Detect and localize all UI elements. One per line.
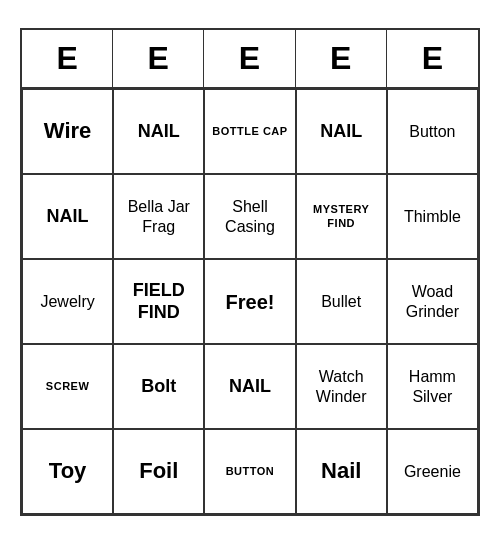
header-letter-2: E xyxy=(204,30,295,87)
bingo-cell-21: Foil xyxy=(113,429,204,514)
bingo-header: EEEEE xyxy=(22,30,478,89)
bingo-cell-13: Bullet xyxy=(296,259,387,344)
bingo-cell-12: Free! xyxy=(204,259,295,344)
bingo-cell-4: Button xyxy=(387,89,478,174)
bingo-cell-6: Bella Jar Frag xyxy=(113,174,204,259)
bingo-cell-5: NAIL xyxy=(22,174,113,259)
bingo-cell-22: BUTTON xyxy=(204,429,295,514)
bingo-cell-3: NAIL xyxy=(296,89,387,174)
bingo-cell-7: Shell Casing xyxy=(204,174,295,259)
bingo-cell-10: Jewelry xyxy=(22,259,113,344)
header-letter-0: E xyxy=(22,30,113,87)
bingo-cell-18: Watch Winder xyxy=(296,344,387,429)
bingo-cell-16: Bolt xyxy=(113,344,204,429)
bingo-cell-14: Woad Grinder xyxy=(387,259,478,344)
bingo-cell-23: Nail xyxy=(296,429,387,514)
bingo-cell-1: NAIL xyxy=(113,89,204,174)
header-letter-3: E xyxy=(296,30,387,87)
bingo-cell-2: BOTTLE CAP xyxy=(204,89,295,174)
bingo-cell-17: NAIL xyxy=(204,344,295,429)
bingo-card: EEEEE WireNAILBOTTLE CAPNAILButtonNAILBe… xyxy=(20,28,480,516)
header-letter-1: E xyxy=(113,30,204,87)
bingo-cell-15: SCREW xyxy=(22,344,113,429)
bingo-cell-9: Thimble xyxy=(387,174,478,259)
bingo-cell-0: Wire xyxy=(22,89,113,174)
bingo-cell-24: Greenie xyxy=(387,429,478,514)
bingo-grid: WireNAILBOTTLE CAPNAILButtonNAILBella Ja… xyxy=(22,89,478,514)
header-letter-4: E xyxy=(387,30,478,87)
bingo-cell-11: FIELD FIND xyxy=(113,259,204,344)
bingo-cell-19: Hamm Silver xyxy=(387,344,478,429)
bingo-cell-8: MYSTERY FIND xyxy=(296,174,387,259)
bingo-cell-20: Toy xyxy=(22,429,113,514)
